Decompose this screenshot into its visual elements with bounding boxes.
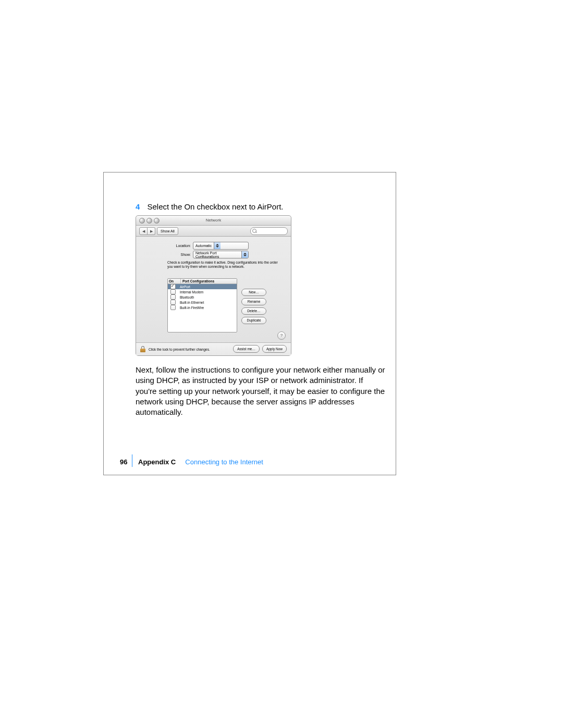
show-select[interactable]: Network Port Configurations: [193, 251, 249, 258]
window-controls: [139, 218, 160, 224]
help-button[interactable]: ?: [277, 331, 286, 340]
page-number: 96: [120, 458, 127, 466]
location-select[interactable]: Automatic: [193, 242, 249, 250]
port-config-list[interactable]: On Port Configurations AirPortInternal M…: [167, 278, 237, 332]
list-header: On Port Configurations: [168, 279, 237, 284]
network-prefpane-screenshot: Network ◀ ▶ Show All Location: Automatic…: [136, 215, 291, 356]
footer-text: Appendix C Connecting to the Internet: [138, 458, 263, 466]
table-row[interactable]: Built-in Ethernet: [168, 300, 237, 305]
new-button[interactable]: New…: [241, 289, 266, 296]
location-label: Location:: [167, 244, 191, 248]
search-input[interactable]: [250, 227, 288, 235]
nav-segment: ◀ ▶: [139, 227, 155, 235]
step-number: 4: [136, 202, 140, 211]
minimize-icon[interactable]: [146, 218, 152, 224]
prefpane-toolbar: ◀ ▶ Show All: [136, 226, 291, 237]
show-label: Show:: [167, 253, 191, 256]
port-name: Internal Modem: [178, 290, 237, 294]
table-row[interactable]: Bluetooth: [168, 294, 237, 300]
show-value: Network Port Configurations: [193, 251, 241, 258]
chevron-updown-icon: [214, 242, 221, 249]
body-paragraph: Next, follow the instructions to configu…: [136, 365, 386, 417]
forward-button[interactable]: ▶: [148, 227, 155, 235]
instruction-step: 4 Select the On checkbox next to AirPort…: [136, 202, 284, 211]
window-titlebar: Network: [136, 216, 291, 226]
table-row[interactable]: Built-in FireWire: [168, 305, 237, 310]
back-button[interactable]: ◀: [139, 227, 148, 235]
section-title: Connecting to the Internet: [185, 458, 263, 466]
col-on: On: [168, 279, 181, 283]
assist-me-button[interactable]: Assist me…: [233, 345, 260, 353]
lock-icon[interactable]: [140, 346, 145, 352]
port-name: AirPort: [178, 285, 237, 289]
show-all-button[interactable]: Show All: [157, 227, 178, 235]
lock-text: Click the lock to prevent further change…: [149, 348, 210, 351]
hint-text: Check a configuration to make it active.…: [167, 261, 282, 269]
chevron-updown-icon: [241, 251, 248, 258]
location-row: Location: Automatic: [167, 242, 249, 250]
rename-button[interactable]: Rename: [241, 298, 266, 305]
step-text: Select the On checkbox next to AirPort.: [148, 202, 284, 211]
list-action-buttons: New…RenameDelete…Duplicate: [241, 289, 266, 324]
port-name: Built-in FireWire: [178, 306, 237, 310]
show-row: Show: Network Port Configurations: [167, 251, 249, 258]
table-row[interactable]: Internal Modem: [168, 289, 237, 294]
bottom-buttons: Assist me…Apply Now: [233, 345, 287, 353]
appendix-label: Appendix C: [138, 458, 176, 466]
bottom-bar: Click the lock to prevent further change…: [136, 342, 291, 355]
duplicate-button[interactable]: Duplicate: [241, 317, 266, 324]
on-checkbox[interactable]: [170, 305, 176, 310]
on-checkbox[interactable]: [170, 289, 176, 294]
table-row[interactable]: AirPort: [168, 284, 237, 289]
zoom-icon[interactable]: [154, 218, 160, 224]
delete-button[interactable]: Delete…: [241, 307, 266, 315]
port-name: Built-in Ethernet: [178, 301, 237, 304]
apply-now-button[interactable]: Apply Now: [262, 345, 287, 353]
on-checkbox[interactable]: [170, 300, 176, 305]
on-checkbox[interactable]: [170, 294, 176, 300]
footer-divider: [132, 454, 132, 467]
close-icon[interactable]: [139, 218, 145, 224]
on-checkbox[interactable]: [170, 284, 176, 289]
col-name: Port Configurations: [181, 279, 237, 283]
window-title: Network: [206, 218, 221, 223]
port-name: Bluetooth: [178, 295, 237, 299]
location-value: Automatic: [193, 244, 214, 248]
